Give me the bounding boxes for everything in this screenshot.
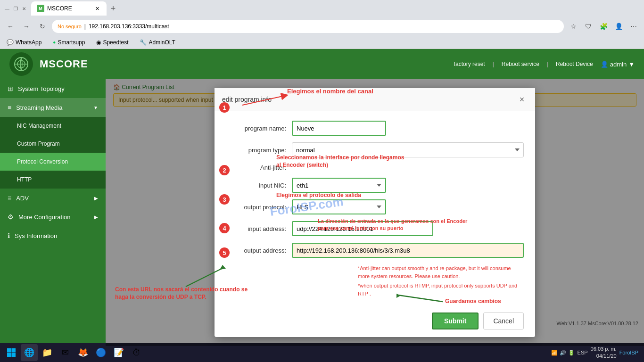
output-address-input[interactable] [292,243,524,258]
program-type-label: program type: [226,147,292,154]
close-btn[interactable]: ✕ [21,5,27,12]
browser-actions: ☆ 🛡 🧩 👤 ⋯ [567,20,640,33]
maximize-btn[interactable]: ❐ [12,5,19,12]
sidebar-item-custom[interactable]: Custom Program [0,135,106,153]
admin-menu[interactable]: 👤 admin ▼ [601,61,635,68]
whatsapp-icon: 💬 [7,39,14,46]
tab-favicon: M [37,5,44,12]
sidebar-item-adv[interactable]: ≡ ADV ▶ [0,189,106,207]
taskbar-edge[interactable]: 🌐 [21,344,38,361]
refresh-btn[interactable]: ↻ [36,20,49,33]
sidebar-item-sys-info[interactable]: ℹ Sys Information [0,226,106,245]
output-address-row: output address: [226,243,524,258]
taskbar-explorer[interactable]: 📁 [39,344,56,361]
new-tab-btn[interactable]: + [107,2,120,15]
svg-text:haga la conversión de UDP a TC: haga la conversión de UDP a TCP. [115,294,206,300]
modal-body: program name: program type: normal [215,111,535,307]
app4-icon: 🔵 [96,347,106,358]
reboot-service-btn[interactable]: Reboot service [502,61,539,67]
sidebar-item-more-config[interactable]: ⚙ More Configuration ▶ [0,207,106,226]
input-address-label: input address: [226,225,292,232]
battery-icon: 🔋 [568,350,575,356]
star-btn[interactable]: ☆ [567,20,580,33]
sidebar-item-protocol[interactable]: Protocol Conversion [0,153,106,171]
taskbar-app4[interactable]: 🔵 [92,344,109,361]
sidebar-item-streaming-media[interactable]: ≡ Streaming Media ▼ [0,98,106,117]
url-input[interactable]: No seguro | 192.168.203.136:3333/multica… [52,20,564,33]
header-actions: factory reset | Reboot service | Reboot … [454,61,593,67]
program-type-row: program type: normal [226,142,524,157]
address-bar: ← → ↻ No seguro | 192.168.203.136:3333/m… [0,17,644,36]
program-name-label: program name: [226,125,292,132]
network-icon: 📶 [551,350,558,356]
sidebar-item-nic[interactable]: NIC Management [0,117,106,135]
program-name-input[interactable] [292,121,386,136]
bookmark-whatsapp[interactable]: 💬 WhatsApp [4,38,44,47]
taskbar: 🌐 📁 ✉ 🦊 🔵 📝 ⏱ 📶 🔊 🔋 ESP 06:03 p. m. [0,343,644,362]
menu-btn[interactable]: ⋯ [627,20,640,33]
modal-overlay: edit program info × program name: progra… [106,79,644,346]
app-header: MSCORE factory reset | Reboot service | … [0,49,644,79]
streaming-icon: ≡ [8,104,11,111]
chevron-icon: ▶ [94,196,98,201]
word-icon: 📝 [114,347,124,358]
svg-rect-31 [12,353,16,357]
security-warning: No seguro [58,24,82,29]
taskbar-firefox[interactable]: 🦊 [74,344,91,361]
sidebar: ⊞ System Topology ≡ Streaming Media ▼ NI… [0,79,106,346]
topology-icon: ⊞ [8,85,13,92]
admin-icon: 👤 [601,61,608,68]
edge-icon: 🌐 [24,347,34,358]
edit-program-modal: edit program info × program name: progra… [215,88,535,337]
tab-close-btn[interactable]: ✕ [93,5,101,12]
bookmark-adminolt[interactable]: 🔧 AdminOLT [137,38,178,47]
input-nic-select[interactable]: eth1 [292,178,386,193]
sidebar-label: NIC Management [17,123,61,129]
submit-button[interactable]: Submit [432,313,479,329]
taskbar-word[interactable]: 📝 [110,344,127,361]
forward-btn[interactable]: → [20,20,33,33]
bookmarks-bar: 💬 WhatsApp ● Smartsupp ◉ Speedtest 🔧 Adm… [0,36,644,49]
ext-btn[interactable]: 🧩 [597,20,610,33]
reboot-device-btn[interactable]: Reboot Device [556,61,593,67]
bookmark-label: Speedtest [103,39,128,46]
anti-jitter-row: Anti-jitter: [226,164,524,171]
factory-reset-btn[interactable]: factory reset [454,61,485,67]
start-button[interactable] [2,344,21,361]
back-btn[interactable]: ← [4,20,17,33]
bookmark-label: AdminOLT [149,39,175,46]
speaker-icon: 🔊 [560,350,566,356]
output-address-label: output address: [226,247,292,254]
app-container: MSCORE factory reset | Reboot service | … [0,49,644,346]
url-text: 192.168.203.136:3333/multicast [89,23,169,30]
clock-time: 06:03 p. m. [591,346,617,353]
bookmark-label: WhatsApp [16,39,41,46]
config-icon: ⚙ [8,213,14,221]
program-type-select[interactable]: normal [292,142,524,157]
taskbar-right: 📶 🔊 🔋 ESP 06:03 p. m. 04/11/20 ForoISP [551,346,642,360]
input-address-input[interactable] [292,221,433,236]
smartsupp-icon: ● [53,40,56,45]
taskbar-timer[interactable]: ⏱ [128,344,145,361]
firefox-icon: 🦊 [78,347,88,358]
bookmark-smartsupp[interactable]: ● Smartsupp [50,38,88,47]
output-protocol-select[interactable]: HLS [292,199,386,214]
output-protocol-row: output protocol: HLS [226,199,524,214]
sidebar-item-system-topology[interactable]: ⊞ System Topology [0,79,106,98]
shield-icon[interactable]: 🛡 [582,20,595,33]
profile-btn[interactable]: 👤 [612,20,625,33]
input-nic-row: input NIC: eth1 [226,178,524,193]
mail-icon: ✉ [62,347,69,358]
taskbar-sys-icons: 📶 🔊 🔋 [551,350,575,356]
minimize-btn[interactable]: — [4,5,10,12]
modal-close-btn[interactable]: × [516,94,528,105]
sidebar-label: Protocol Conversion [17,158,68,165]
browser-tab[interactable]: M MSCORE ✕ [31,1,107,16]
cancel-button[interactable]: Cancel [483,313,524,329]
sidebar-item-http[interactable]: HTTP [0,171,106,189]
taskbar-mail[interactable]: ✉ [57,344,74,361]
bookmark-label: Smartsupp [58,39,85,46]
modal-footer: Submit Cancel [215,307,535,337]
bookmark-speedtest[interactable]: ◉ Speedtest [93,38,131,47]
url-separator: | [84,23,86,30]
